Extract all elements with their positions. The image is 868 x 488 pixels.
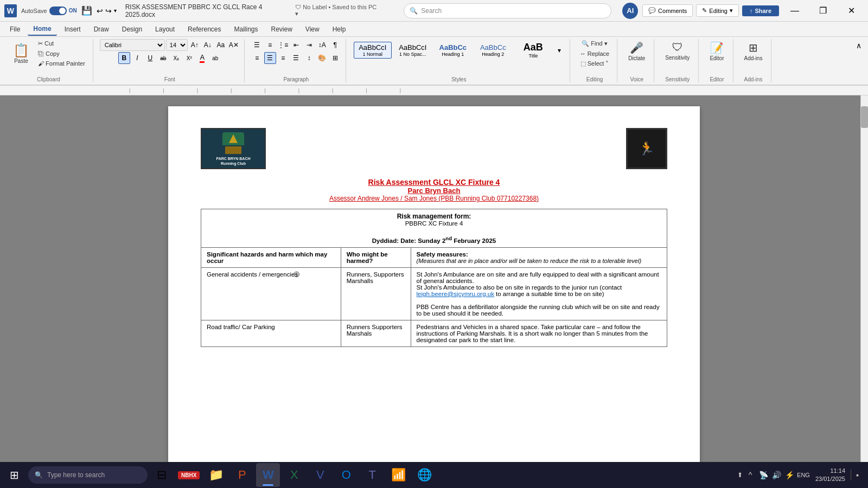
strikethrough-button[interactable]: ab [157,52,169,64]
align-left-button[interactable]: ≡ [251,52,263,64]
volume-icon[interactable]: 🔊 [771,470,782,480]
systray-arrow[interactable]: ^ [745,470,756,480]
menu-insert[interactable]: Insert [59,23,86,35]
increase-indent-button[interactable]: ⇥ [303,39,315,51]
para-row2: ≡ ☰ ≡ ☰ ↕ 🎨 ⊞ [251,52,341,64]
start-button[interactable]: ⊞ [2,463,26,487]
autosave-toggle[interactable] [49,7,67,15]
numbering-button[interactable]: ≡ [264,39,276,51]
menu-view[interactable]: View [300,23,325,35]
show-hide-button[interactable]: ¶ [329,39,341,51]
editing-button[interactable]: ✎ Editing ▾ [696,4,739,17]
taskbar-search-icon: 🔍 [35,471,43,479]
find-button[interactable]: 🔍 Find ▾ [578,39,611,48]
ai-button[interactable]: AI [622,3,638,19]
battery-icon[interactable]: ⚡ [784,470,795,480]
cut-button[interactable]: ✂ Cut [35,39,88,48]
scrollbar-thumb[interactable] [861,106,868,128]
redo-button[interactable]: ↪ [105,7,112,15]
italic-button[interactable]: I [131,52,143,64]
font-color-button[interactable]: A [196,52,208,64]
undo-button[interactable]: ↩ [97,7,103,15]
style-heading1[interactable]: AaBbCc Heading 1 [434,42,472,59]
email-link-1[interactable]: leigh.beere@sjcymru.org.uk [417,291,494,297]
shading-button[interactable]: 🎨 [316,52,328,64]
superscript-button[interactable]: X² [183,52,195,64]
show-desktop-corner[interactable]: ▪ [851,470,861,480]
addins-button[interactable]: ⊞ Add-ins [740,39,767,63]
align-center-button[interactable]: ☰ [264,52,276,64]
borders-button[interactable]: ⊞ [329,52,341,64]
outlook-button[interactable]: O [334,463,358,487]
sensitivity-button[interactable]: 🛡 Sensitivity [661,39,694,63]
word-taskbar-button[interactable]: W [256,463,280,487]
grow-font-button[interactable]: A↑ [189,39,201,51]
sort-button[interactable]: ↕A [316,39,328,51]
share-button[interactable]: ↑ Share [742,5,779,16]
save-icon[interactable]: 💾 [81,5,92,16]
excel-button[interactable]: X [282,463,306,487]
align-right-button[interactable]: ≡ [277,52,289,64]
search-icon: 🔍 [410,7,418,15]
document-page: ⊕ PARC BRYN BACH Running Club 🏃 [168,106,700,463]
menu-layout[interactable]: Layout [150,23,180,35]
clear-format-button[interactable]: A✕ [228,39,240,51]
menu-help[interactable]: Help [327,23,352,35]
powerpoint-button[interactable]: P [230,463,254,487]
font-size-selector[interactable]: 14 [166,39,188,51]
vertical-scrollbar[interactable] [860,95,868,463]
wifi-button[interactable]: 📶 [386,463,410,487]
menu-file[interactable]: File [4,23,25,35]
table-move-handle[interactable]: ⊕ [293,269,300,279]
font-selector[interactable]: Calibri [100,39,165,51]
editor-button[interactable]: 📝 Editor [705,39,728,63]
replace-button[interactable]: ↔ Replace [577,49,612,58]
show-desktop-button[interactable]: ⬆ [737,471,743,479]
menu-design[interactable]: Design [117,23,148,35]
teams-button[interactable]: T [360,463,384,487]
language-indicator[interactable]: ENG [797,472,810,478]
menu-draw[interactable]: Draw [88,23,114,35]
ribbon-collapse-button[interactable]: ∧ [854,39,864,52]
style-normal[interactable]: AaBbCcI 1 Normal [354,42,392,59]
dictate-button[interactable]: 🎤 Dictate [624,39,649,63]
line-spacing-button[interactable]: ↕ [303,52,315,64]
bold-button[interactable]: B [118,52,130,64]
shrink-font-button[interactable]: A↓ [202,39,214,51]
restore-button[interactable]: ❐ [810,2,835,20]
explorer-button[interactable]: 📁 [204,463,228,487]
format-painter-button[interactable]: 🖌 Format Painter [35,59,88,68]
underline-button[interactable]: U [144,52,156,64]
menu-mailings[interactable]: Mailings [228,23,263,35]
task-view-button[interactable]: ⊟ [150,463,174,487]
select-button[interactable]: ⬚ Select ˅ [577,59,612,68]
decrease-indent-button[interactable]: ⇤ [290,39,302,51]
minimize-button[interactable]: — [782,2,807,20]
taskbar: ⊞ 🔍 Type here to search ⊟ NBHX 📁 P W X V… [0,462,868,488]
subscript-button[interactable]: X₂ [170,52,182,64]
close-button[interactable]: ✕ [839,2,864,20]
menu-references[interactable]: References [182,23,226,35]
style-heading2[interactable]: AaBbCc Heading 2 [474,42,512,59]
visio-button[interactable]: V [308,463,332,487]
style-title[interactable]: AaB Title [514,40,552,60]
who-cell-1: Runners, Supporters Marshalls [341,267,411,320]
clock[interactable]: 11:14 23/01/2025 [812,467,848,484]
taskbar-search[interactable]: 🔍 Type here to search [28,466,148,484]
styles-dropdown-button[interactable]: ▾ [554,47,564,54]
menu-home[interactable]: Home [28,23,56,36]
more-commands[interactable]: ▾ [114,8,117,14]
network-icon[interactable]: 📡 [758,470,769,480]
copy-button[interactable]: ⿻ Copy [35,49,88,58]
justify-button[interactable]: ☰ [290,52,302,64]
highlight-button[interactable]: ab [209,52,221,64]
menu-review[interactable]: Review [266,23,298,35]
comments-button[interactable]: 💬 Comments [642,4,693,17]
paste-button[interactable]: 📋 Paste [9,41,34,66]
browser-button[interactable]: 🌐 [412,463,436,487]
change-case-button[interactable]: Aa [215,39,227,51]
bullets-button[interactable]: ☰ [251,39,263,51]
multilevel-button[interactable]: ⋮≡ [277,39,289,51]
title-search-box[interactable]: 🔍 Search [404,3,611,18]
style-no-space[interactable]: AaBbCcI 1 No Spac... [394,42,432,59]
